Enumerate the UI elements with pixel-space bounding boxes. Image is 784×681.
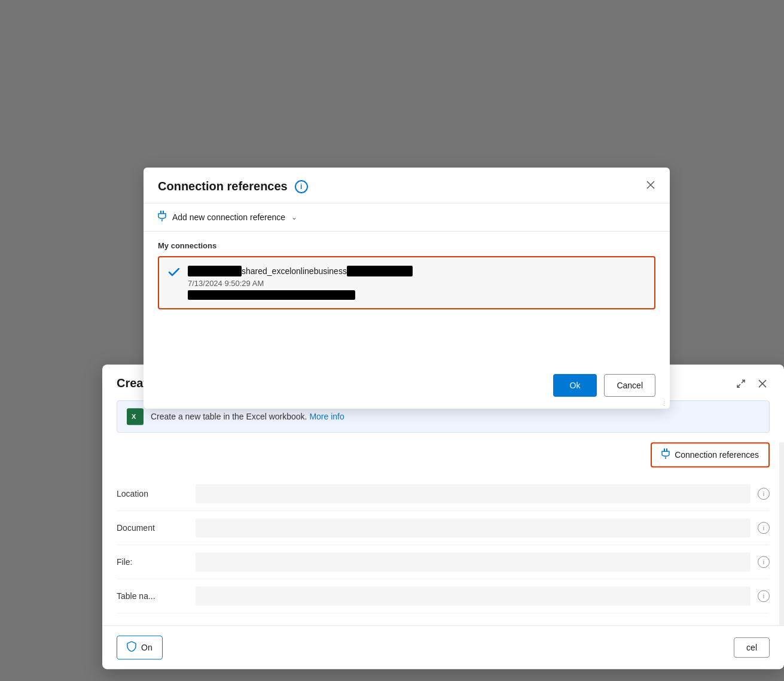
cancel-button[interactable]: Cancel (604, 374, 655, 397)
popup-title: Connection references (158, 180, 288, 193)
redacted-prefix (188, 266, 242, 276)
shield-icon (127, 641, 136, 654)
form-fields: Location i Document i File: i Table na..… (117, 477, 770, 613)
excel-icon: X (127, 408, 144, 425)
check-icon (169, 267, 179, 279)
connection-id (188, 290, 645, 300)
svg-text:X: X (132, 413, 136, 420)
location-row: Location i (117, 477, 770, 511)
close-button[interactable] (755, 376, 770, 391)
modal-body: Connection references Location i Documen… (102, 442, 784, 625)
resize-handle[interactable]: ⋮ (661, 400, 667, 406)
add-connection-label: Add new connection reference (172, 212, 285, 222)
conn-ref-btn-wrapper: Connection references (117, 442, 770, 467)
add-connection-row[interactable]: Add new connection reference ⌄ (144, 203, 670, 232)
header-icons (734, 376, 770, 391)
document-label: Document (117, 523, 188, 533)
document-info-icon[interactable]: i (758, 522, 770, 534)
conn-ref-btn-label: Connection references (675, 450, 759, 460)
scrollbar-track[interactable] (779, 442, 784, 625)
table-name-info-icon[interactable]: i (758, 590, 770, 602)
file-label: File: (117, 557, 188, 567)
my-connections-label: My connections (158, 241, 655, 250)
my-connections-section: My connections shared_excelonlinebusines… (144, 232, 670, 309)
connection-name-middle: shared_excelonlinebusiness (242, 266, 347, 276)
footer-left: On (117, 636, 163, 659)
table-name-row: Table na... i (117, 579, 770, 613)
redacted-suffix (347, 266, 413, 276)
connection-references-popup: Connection references i Add new connecti… (144, 168, 670, 409)
location-input[interactable] (196, 484, 751, 503)
table-name-label: Table na... (117, 591, 188, 601)
info-banner-text: Create a new table in the Excel workbook… (151, 412, 344, 421)
on-button[interactable]: On (117, 636, 163, 659)
popup-spacer (144, 314, 670, 350)
location-info-icon[interactable]: i (758, 488, 770, 500)
connection-references-button[interactable]: Connection references (651, 442, 770, 467)
file-row: File: i (117, 545, 770, 579)
connection-name: shared_excelonlinebusiness (188, 266, 645, 276)
plug-icon (661, 448, 670, 461)
popup-close-button[interactable] (646, 180, 655, 193)
file-info-icon[interactable]: i (758, 556, 770, 568)
connection-timestamp: 7/13/2024 9:50:29 AM (188, 279, 645, 288)
expand-button[interactable] (734, 376, 748, 391)
popup-title-row: Connection references i (158, 180, 308, 193)
popup-main-footer: Ok Cancel (144, 362, 670, 409)
on-button-label: On (141, 643, 152, 652)
file-input[interactable] (196, 552, 751, 571)
table-name-input[interactable] (196, 586, 751, 606)
footer-right: cel (734, 637, 770, 658)
ok-button[interactable]: Ok (553, 374, 597, 397)
cancel-partial-button[interactable]: cel (734, 637, 770, 658)
connection-info: shared_excelonlinebusiness 7/13/2024 9:5… (188, 266, 645, 300)
redacted-id (188, 290, 355, 300)
create-table-modal: Create table X (102, 364, 784, 669)
location-label: Location (117, 489, 188, 498)
chevron-down-icon: ⌄ (291, 213, 297, 221)
connection-row[interactable]: shared_excelonlinebusiness 7/13/2024 9:5… (158, 256, 655, 309)
popup-info-icon[interactable]: i (295, 180, 308, 193)
document-input[interactable] (196, 518, 751, 537)
add-plug-icon (158, 211, 166, 224)
document-row: Document i (117, 511, 770, 545)
popup-header: Connection references i (144, 168, 670, 203)
more-info-link[interactable]: More info (309, 412, 344, 421)
modal-footer: On cel (102, 625, 784, 669)
